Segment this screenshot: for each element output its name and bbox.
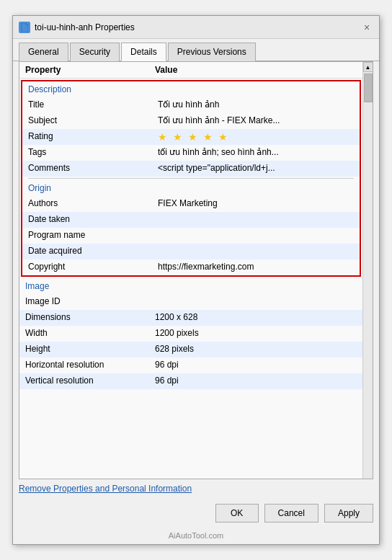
row-comments: Comments <script type="application/ld+j.… [22,161,360,177]
val-height: 628 pixels [155,344,357,354]
remove-properties-link[interactable]: Remove Properties and Personal Informati… [13,479,379,498]
prop-program-name: Program name [28,230,158,240]
row-subject: Subject Tối ưu hình ảnh - FIEX Marke... [22,113,360,129]
val-tags: tối ưu hình ảnh; seo hình ảnh... [158,147,354,157]
val-subject: Tối ưu hình ảnh - FIEX Marke... [158,115,354,125]
table-header: Property Value [19,62,373,79]
row-authors: Authors FIEX Marketing [22,196,360,212]
table-body: Description Title Tối ưu hình ảnh Subjec… [19,79,373,389]
button-bar: OK Cancel Apply [13,498,379,528]
prop-authors: Authors [28,198,158,208]
row-program-name: Program name [22,228,360,244]
title-bar: toi-uu-hinh-anh Properties × [13,16,379,39]
row-copyright: Copyright https://fiexmarketing.com [22,259,360,275]
highlighted-section: Description Title Tối ưu hình ảnh Subjec… [21,80,361,277]
prop-h-resolution: Horizontal resolution [25,360,155,370]
val-v-resolution: 96 dpi [155,375,357,386]
window-title: toi-uu-hinh-anh Properties [35,22,135,32]
prop-v-resolution: Vertical resolution [25,375,155,386]
watermark: AiAutoTool.com [13,528,379,544]
content-panel: Property Value ▲ Description Title Tối ư… [19,61,373,479]
apply-button[interactable]: Apply [324,504,373,523]
row-dimensions: Dimensions 1200 x 628 [19,310,362,326]
prop-copyright: Copyright [28,262,158,272]
prop-date-acquired: Date acquired [28,246,158,256]
row-v-resolution: Vertical resolution 96 dpi [19,373,362,389]
properties-window: toi-uu-hinh-anh Properties × General Sec… [12,15,380,545]
scrollbar[interactable]: ▲ [362,62,373,479]
scroll-up-arrow[interactable]: ▲ [363,62,373,72]
tab-general[interactable]: General [19,43,68,61]
val-dimensions: 1200 x 628 [155,312,357,322]
tab-details[interactable]: Details [121,43,166,61]
prop-rating: Rating [28,131,158,141]
row-title: Title Tối ưu hình ảnh [22,97,360,113]
ok-button[interactable]: OK [215,504,259,523]
prop-height: Height [25,344,155,354]
prop-dimensions: Dimensions [25,312,155,322]
tab-previous-versions[interactable]: Previous Versions [168,43,256,61]
val-comments: <script type="application/ld+j... [158,163,354,173]
row-height: Height 628 pixels [19,342,362,357]
row-image-id: Image ID [19,294,362,310]
prop-image-id: Image ID [25,296,155,306]
row-h-resolution: Horizontal resolution 96 dpi [19,357,362,373]
header-property: Property [25,65,155,75]
section-description: Description [22,81,360,97]
tab-security[interactable]: Security [70,43,120,61]
prop-title: Title [28,99,158,110]
val-title: Tối ưu hình ảnh [158,99,354,110]
prop-tags: Tags [28,147,158,157]
file-icon [19,22,30,33]
val-authors: FIEX Marketing [158,198,354,208]
close-button[interactable]: × [360,21,373,34]
val-rating: ★ ★ ★ ★ ★ [158,131,354,143]
header-value: Value [155,65,367,75]
title-bar-left: toi-uu-hinh-anh Properties [19,22,135,33]
section-image: Image [19,278,362,294]
row-tags: Tags tối ưu hình ảnh; seo hình ảnh... [22,145,360,161]
section-origin: Origin [22,180,360,196]
row-width: Width 1200 pixels [19,326,362,342]
row-date-acquired: Date acquired [22,244,360,259]
scroll-thumb[interactable] [364,74,373,102]
tabs-bar: General Security Details Previous Versio… [13,39,379,61]
row-rating: Rating ★ ★ ★ ★ ★ [22,129,360,145]
cancel-button[interactable]: Cancel [264,504,318,523]
prop-comments: Comments [28,163,158,173]
divider-1 [28,178,354,179]
prop-width: Width [25,328,155,338]
val-copyright: https://fiexmarketing.com [158,262,354,272]
val-width: 1200 pixels [155,328,357,338]
prop-date-taken: Date taken [28,214,158,224]
val-h-resolution: 96 dpi [155,360,357,370]
prop-subject: Subject [28,115,158,125]
row-date-taken: Date taken [22,212,360,228]
